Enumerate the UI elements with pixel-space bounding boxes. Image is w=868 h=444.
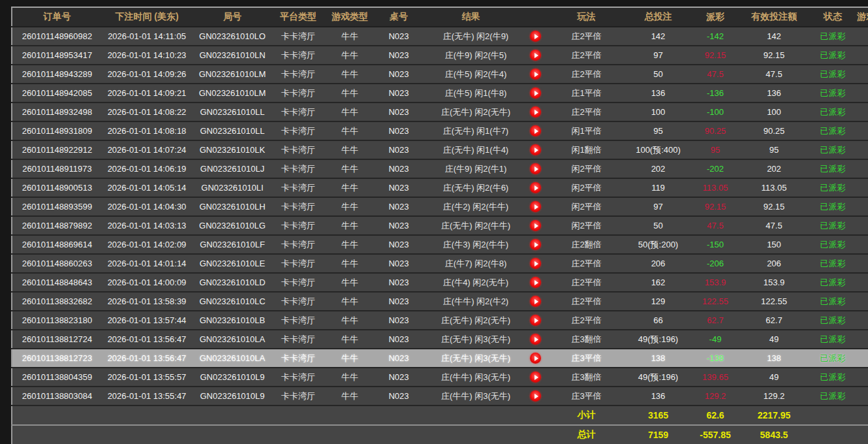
play-icon[interactable] (530, 390, 541, 402)
cell-game_type: 牛牛 (324, 46, 376, 65)
cell-order_id: 260101148953417 (12, 46, 102, 65)
cell-payout: -138 (692, 349, 738, 368)
cell-play: 庄3翻倍 (549, 330, 624, 349)
table-row[interactable]: 2601011388127232026-01-01 13:56:47GN0232… (12, 349, 868, 368)
cell-platform: 卡卡湾厅 (273, 368, 324, 387)
table-row[interactable]: 2601011488935992026-01-01 14:04:30GN0232… (12, 197, 868, 216)
play-icon[interactable] (530, 315, 541, 326)
play-icon[interactable] (530, 87, 541, 99)
cell-round_id: GN023261010LE (192, 254, 273, 273)
play-icon[interactable] (530, 220, 541, 231)
cell-total_bet: 138 (624, 349, 692, 368)
cell-extra (856, 216, 868, 235)
result-text: 庄(无牛) 闲2(无牛) (422, 315, 530, 326)
play-icon[interactable] (530, 31, 541, 42)
cell-status: 已派彩 (810, 216, 856, 235)
cell-result: 庄(无牛) 闲1(牛4) (422, 140, 549, 159)
play-icon[interactable] (530, 106, 541, 118)
play-icon[interactable] (530, 353, 541, 364)
table-row[interactable]: 2601011489229122026-01-01 14:07:24GN0232… (12, 140, 868, 159)
table-row[interactable]: 2601011488486432026-01-01 14:00:09GN0232… (12, 273, 868, 292)
cell-total_bet: 142 (624, 27, 692, 46)
cell-payout: 122.55 (692, 292, 738, 311)
footer-label: 总计 (549, 425, 624, 444)
cell-payout: 90.25 (692, 121, 738, 140)
cell-play: 庄2平倍 (549, 103, 624, 121)
play-icon[interactable] (530, 50, 541, 61)
column-header-game_type: 游戏类型 (324, 7, 376, 27)
table-row[interactable]: 2601011489324982026-01-01 14:08:22GN0232… (12, 103, 868, 121)
play-icon[interactable] (530, 182, 541, 193)
table-row[interactable]: 2601011388030842026-01-01 13:55:47GN0232… (12, 387, 868, 405)
cell-valid_bet: 95 (738, 140, 810, 159)
cell-table_no: N023 (376, 216, 422, 235)
play-icon[interactable] (530, 239, 541, 250)
play-icon[interactable] (530, 296, 541, 307)
table-row[interactable]: 2601011488602632026-01-01 14:01:14GN0232… (12, 254, 868, 273)
table-row[interactable]: 2601011388231802026-01-01 13:57:44GN0232… (12, 311, 868, 330)
table-row[interactable]: 2601011489609822026-01-01 14:11:05GN0232… (12, 27, 868, 46)
play-icon[interactable] (530, 277, 541, 288)
table-row[interactable]: 2601011388127242026-01-01 13:56:47GN0232… (12, 330, 868, 349)
table-row[interactable]: 2601011489534172026-01-01 14:10:23GN0232… (12, 46, 868, 65)
table-row[interactable]: 2601011388043592026-01-01 13:55:57GN0232… (12, 368, 868, 387)
cell-total_bet: 119 (624, 178, 692, 197)
cell-round_id: GN023261010LM (192, 84, 273, 103)
cell-round_id: GN023261010LD (192, 273, 273, 292)
cell-order_id: 260101138812723 (12, 349, 102, 368)
play-triangle (535, 337, 538, 342)
play-icon[interactable] (530, 163, 541, 174)
table-row[interactable]: 2601011489432892026-01-01 14:09:26GN0232… (12, 65, 868, 84)
cell-play: 闲1翻倍 (549, 140, 624, 159)
footer-payout: 62.6 (692, 405, 738, 425)
table-row[interactable]: 2601011488696142026-01-01 14:02:09GN0232… (12, 235, 868, 254)
table-row[interactable]: 2601011489119732026-01-01 14:06:19GN0232… (12, 159, 868, 178)
table-row[interactable]: 2601011488798922026-01-01 14:03:13GN0232… (12, 216, 868, 235)
cell-play: 闲1平倍 (549, 121, 624, 140)
cell-result: 庄(无牛) 闲1(牛7) (422, 121, 549, 140)
play-icon[interactable] (530, 201, 541, 212)
cell-status: 已派彩 (810, 197, 856, 216)
cell-status: 已派彩 (810, 27, 856, 46)
play-icon[interactable] (530, 258, 541, 269)
result-text: 庄(无牛) 闲3(无牛) (422, 334, 530, 345)
play-icon[interactable] (530, 334, 541, 345)
cell-result: 庄(无牛) 闲2(牛牛) (422, 216, 549, 235)
cell-result: 庄(无牛) 闲3(无牛) (422, 330, 549, 349)
play-triangle (535, 110, 538, 115)
cell-bet_time: 2026-01-01 14:10:23 (102, 46, 192, 65)
cell-game_type: 牛牛 (324, 330, 376, 349)
table-row[interactable]: 2601011388326822026-01-01 13:58:39GN0232… (12, 292, 868, 311)
cell-table_no: N023 (376, 159, 422, 178)
play-icon[interactable] (530, 144, 541, 155)
cell-table_no: N023 (376, 254, 422, 273)
play-icon[interactable] (530, 69, 541, 80)
column-header-round_id: 局号 (192, 7, 273, 27)
footer-total-bet: 3165 (624, 405, 692, 425)
cell-valid_bet: 129.2 (738, 387, 810, 405)
cell-play: 庄2平倍 (549, 254, 624, 273)
cell-valid_bet: 49 (738, 330, 810, 349)
cell-extra (856, 140, 868, 159)
table-row[interactable]: 2601011489005132026-01-01 14:05:14GN0232… (12, 178, 868, 197)
cell-play: 闲2平倍 (549, 178, 624, 197)
table-row[interactable]: 2601011489420852026-01-01 14:09:21GN0232… (12, 84, 868, 103)
cell-valid_bet: 150 (738, 235, 810, 254)
result-text: 庄(牛3) 闲2(牛牛) (422, 239, 530, 251)
cell-game_type: 牛牛 (324, 178, 376, 197)
play-icon[interactable] (530, 125, 541, 136)
table-row[interactable]: 2601011489318092026-01-01 14:08:18GN0232… (12, 121, 868, 140)
cell-game_type: 牛牛 (324, 311, 376, 330)
footer-status-spacer (810, 405, 856, 425)
cell-order_id: 260101148869614 (12, 235, 102, 254)
cell-bet_time: 2026-01-01 14:08:22 (102, 103, 192, 121)
cell-platform: 卡卡湾厅 (273, 46, 324, 65)
cell-game_type: 牛牛 (324, 368, 376, 387)
result-text: 庄(无牛) 闲2(无牛) (422, 106, 530, 118)
cell-status: 已派彩 (810, 46, 856, 65)
play-icon[interactable] (530, 372, 541, 383)
play-triangle (535, 148, 538, 153)
cell-game_type: 牛牛 (324, 216, 376, 235)
cell-order_id: 260101148848643 (12, 273, 102, 292)
cell-extra (856, 178, 868, 197)
